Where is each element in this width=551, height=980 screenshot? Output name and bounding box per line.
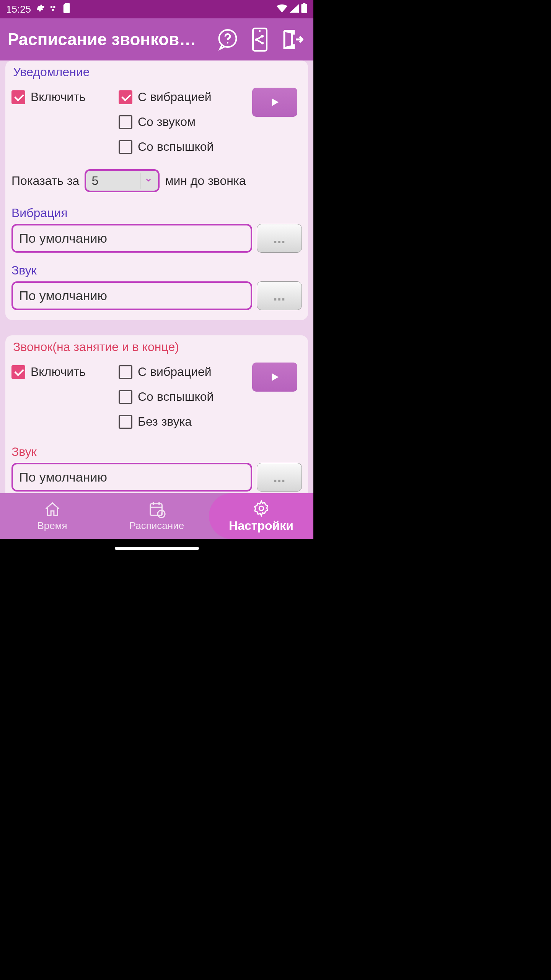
ring-vibration-checkbox[interactable]: С вибрацией — [119, 359, 252, 384]
checkbox-label: Включить — [31, 90, 86, 104]
nav-time[interactable]: Время — [0, 493, 104, 539]
ring-play-button[interactable] — [252, 363, 297, 392]
svg-line-11 — [256, 39, 262, 43]
notification-sound-checkbox[interactable]: Со звуком — [119, 109, 252, 134]
checkbox-checked-icon — [11, 365, 25, 379]
signal-icon — [290, 3, 299, 15]
ring-sound-browse-button[interactable]: ... — [257, 463, 302, 492]
vibration-browse-button[interactable]: ... — [257, 224, 302, 253]
gear-icon — [36, 3, 45, 15]
svg-point-0 — [51, 6, 53, 8]
checkbox-label: Со звуком — [138, 115, 196, 129]
dots-icon — [49, 3, 58, 15]
ring-flash-checkbox[interactable]: Со вспышкой — [119, 384, 252, 409]
system-nav-bar — [0, 539, 313, 557]
ring-card: Звонок(на занятие и в конце) Включить С … — [5, 335, 308, 493]
nav-pill[interactable] — [115, 547, 199, 550]
exit-icon[interactable] — [278, 26, 306, 53]
notification-vibration-checkbox[interactable]: С вибрацией — [119, 85, 252, 109]
ring-title: Звонок(на занятие и в конце) — [11, 340, 302, 354]
svg-point-17 — [259, 506, 264, 511]
settings-icon — [253, 500, 270, 517]
minutes-dropdown[interactable]: 5 — [85, 169, 160, 192]
checkbox-label: Со вспышкой — [138, 140, 214, 154]
help-icon[interactable] — [214, 26, 241, 53]
min-before-call-label: мин до звонка — [165, 174, 246, 188]
show-before-label: Показать за — [11, 174, 79, 188]
notification-title: Уведомление — [11, 65, 302, 79]
wifi-icon — [277, 3, 287, 15]
play-icon — [269, 96, 280, 108]
checkbox-unchecked-icon — [119, 140, 132, 154]
calendar-clock-icon — [148, 501, 166, 518]
app-bar: Расписание звонков… — [0, 18, 313, 60]
checkbox-unchecked-icon — [119, 390, 132, 404]
bottom-nav: Время Расписание Настройки — [0, 493, 313, 539]
status-bar: 15:25 — [0, 0, 313, 18]
dropdown-value: 5 — [91, 174, 140, 188]
home-icon — [44, 501, 61, 518]
vibration-field-label: Вибрация — [11, 206, 302, 220]
checkbox-label: Со вспышкой — [138, 390, 214, 404]
checkbox-unchecked-icon — [119, 365, 132, 379]
checkbox-label: С вибрацией — [138, 365, 212, 379]
svg-point-6 — [259, 30, 261, 32]
app-title: Расписание звонков… — [8, 30, 209, 49]
svg-point-1 — [53, 6, 55, 8]
nav-schedule[interactable]: Расписание — [104, 493, 209, 539]
nav-settings[interactable]: Настройки — [209, 493, 313, 539]
nav-label: Настройки — [229, 519, 293, 533]
svg-point-2 — [52, 8, 54, 10]
sound-value-field[interactable]: По умолчанию — [11, 281, 252, 310]
checkbox-unchecked-icon — [119, 115, 132, 129]
notification-enable-checkbox[interactable]: Включить — [11, 85, 119, 109]
nav-label: Время — [37, 520, 67, 532]
svg-line-10 — [256, 36, 262, 39]
battery-icon — [301, 3, 307, 16]
notification-card: Уведомление Включить С вибрацией Со звук… — [5, 60, 308, 320]
sound-field-label: Звук — [11, 263, 302, 278]
notification-flash-checkbox[interactable]: Со вспышкой — [119, 134, 252, 159]
chevron-down-icon — [144, 176, 153, 186]
content-scroll[interactable]: Уведомление Включить С вибрацией Со звук… — [0, 60, 313, 493]
svg-rect-12 — [150, 503, 162, 515]
nav-label: Расписание — [129, 520, 184, 532]
checkbox-checked-icon — [11, 90, 25, 104]
checkbox-label: Без звука — [138, 415, 192, 429]
ring-sound-field-label: Звук — [11, 445, 302, 459]
sound-browse-button[interactable]: ... — [257, 281, 302, 310]
status-time: 15:25 — [6, 3, 31, 15]
vibration-value-field[interactable]: По умолчанию — [11, 224, 252, 253]
ring-sound-value-field[interactable]: По умолчанию — [11, 463, 252, 492]
sd-card-icon — [62, 3, 71, 16]
checkbox-label: Включить — [31, 365, 86, 379]
play-icon — [269, 371, 280, 383]
ring-enable-checkbox[interactable]: Включить — [11, 359, 119, 384]
ring-no-sound-checkbox[interactable]: Без звука — [119, 409, 252, 434]
checkbox-label: С вибрацией — [138, 90, 212, 104]
checkbox-checked-icon — [119, 90, 132, 104]
svg-point-4 — [227, 42, 228, 44]
share-device-icon[interactable] — [246, 26, 274, 53]
notification-play-button[interactable] — [252, 88, 297, 117]
checkbox-unchecked-icon — [119, 415, 132, 429]
